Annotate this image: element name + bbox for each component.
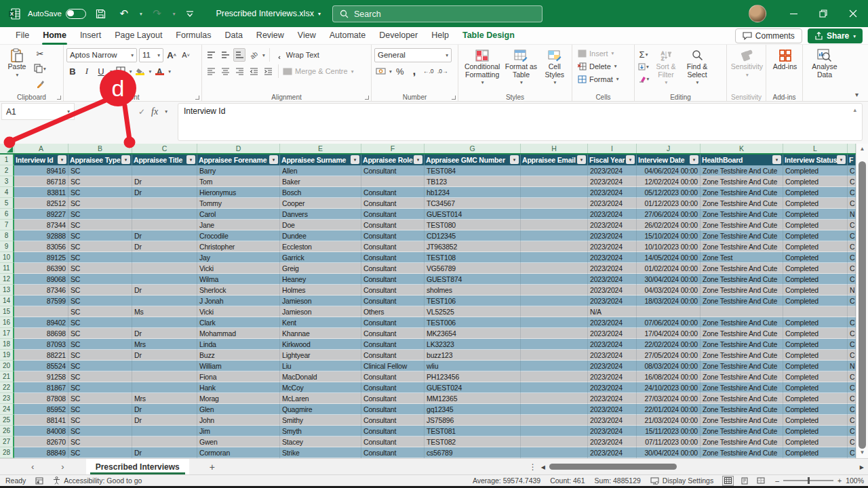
row-number-19[interactable]: 19 bbox=[0, 350, 14, 361]
collapse-ribbon-icon[interactable]: ▾ bbox=[855, 91, 859, 98]
fill-button[interactable]: ▾ bbox=[637, 62, 650, 73]
cell[interactable]: 88698 bbox=[14, 328, 68, 339]
cell[interactable]: 14/05/2024 00:00 bbox=[637, 252, 701, 263]
cell[interactable] bbox=[521, 165, 588, 176]
table-header-cell[interactable]: Interview Id▾ bbox=[14, 155, 68, 165]
cell[interactable]: TC34567 bbox=[425, 198, 521, 209]
row-number-28[interactable]: 28 bbox=[0, 447, 14, 458]
horizontal-scrollbar-thumb[interactable] bbox=[549, 464, 677, 470]
row-number-18[interactable]: 18 bbox=[0, 339, 14, 350]
cell[interactable]: Zone Testshire And Cute bbox=[701, 447, 783, 458]
cell[interactable]: Dr bbox=[132, 285, 197, 296]
cell[interactable]: 2023/2024 bbox=[588, 220, 637, 230]
cell[interactable]: Kirkwood bbox=[280, 339, 361, 350]
cell[interactable]: Gwen bbox=[197, 436, 280, 447]
cell[interactable]: Strike bbox=[280, 447, 361, 458]
cell[interactable]: 15/11/2023 00:00 bbox=[637, 426, 701, 436]
row-number-26[interactable]: 26 bbox=[0, 426, 14, 436]
table-header-cell[interactable]: F bbox=[848, 155, 856, 165]
addins-button[interactable]: Add-ins bbox=[769, 47, 801, 71]
cell[interactable]: TEST082 bbox=[425, 436, 521, 447]
cell[interactable]: SC bbox=[68, 426, 132, 436]
cell[interactable]: C bbox=[848, 187, 856, 198]
cell[interactable]: C bbox=[848, 230, 856, 241]
cell[interactable]: 89068 bbox=[14, 274, 68, 285]
cell[interactable]: 88141 bbox=[14, 415, 68, 426]
column-header-F[interactable]: F bbox=[361, 144, 425, 153]
cell[interactable] bbox=[783, 306, 848, 317]
scroll-down-icon[interactable]: ▼ bbox=[856, 447, 868, 458]
bold-button[interactable]: B bbox=[66, 64, 79, 78]
cell[interactable] bbox=[521, 339, 588, 350]
sheet-tab-prescribed-interviews[interactable]: Prescribed Interviews bbox=[86, 459, 189, 475]
cell[interactable]: Consultant bbox=[361, 317, 425, 328]
row-number-9[interactable]: 9 bbox=[0, 241, 14, 252]
cell[interactable] bbox=[848, 306, 856, 317]
menu-tab-developer[interactable]: Developer bbox=[373, 27, 424, 45]
table-header-cell[interactable]: Appraisee Forename▾ bbox=[197, 155, 280, 165]
cell[interactable] bbox=[132, 252, 197, 263]
align-right-button[interactable] bbox=[233, 64, 245, 78]
menu-tab-file[interactable]: File bbox=[9, 27, 35, 45]
cell[interactable]: C bbox=[848, 220, 856, 230]
hscroll-left-icon[interactable]: ◀ bbox=[541, 464, 545, 470]
cell[interactable]: 86718 bbox=[14, 176, 68, 187]
menu-tab-help[interactable]: Help bbox=[425, 27, 455, 45]
copy-button[interactable]: ▾ bbox=[34, 62, 46, 75]
row-number-21[interactable]: 21 bbox=[0, 371, 14, 382]
cell[interactable]: 89402 bbox=[14, 317, 68, 328]
cell[interactable]: Tom bbox=[197, 176, 280, 187]
cell[interactable]: 85952 bbox=[14, 404, 68, 415]
vertical-scrollbar[interactable]: ▲ ▼ bbox=[856, 144, 868, 458]
row-number-2[interactable]: 2 bbox=[0, 165, 14, 176]
cell[interactable]: Linda bbox=[197, 339, 280, 350]
cell[interactable]: Completed bbox=[783, 404, 848, 415]
cell[interactable]: C bbox=[848, 447, 856, 458]
cell[interactable]: C bbox=[848, 328, 856, 339]
close-button[interactable] bbox=[838, 0, 868, 27]
filter-button[interactable]: ▾ bbox=[772, 155, 781, 164]
sensitivity-button[interactable]: Sensitivity▾ bbox=[730, 47, 764, 79]
cell[interactable]: 85524 bbox=[14, 361, 68, 371]
cell[interactable]: C bbox=[848, 436, 856, 447]
cell[interactable]: 86390 bbox=[14, 263, 68, 274]
search-input[interactable]: Search bbox=[332, 5, 542, 22]
cell[interactable]: SC bbox=[68, 209, 132, 220]
filter-button[interactable]: ▾ bbox=[577, 155, 586, 164]
cell[interactable]: Ms bbox=[132, 306, 197, 317]
row-number-7[interactable]: 7 bbox=[0, 220, 14, 230]
column-header-I[interactable]: I bbox=[588, 144, 637, 153]
minimize-button[interactable] bbox=[778, 0, 808, 27]
column-header-G[interactable]: G bbox=[425, 144, 521, 153]
format-painter-button[interactable] bbox=[34, 77, 46, 90]
cell[interactable]: 21/03/2024 00:00 bbox=[637, 415, 701, 426]
comma-style-button[interactable]: , bbox=[408, 64, 420, 78]
cell[interactable]: C bbox=[848, 252, 856, 263]
cell[interactable]: C bbox=[848, 241, 856, 252]
cell[interactable]: 87808 bbox=[14, 393, 68, 404]
increase-indent-button[interactable] bbox=[262, 64, 274, 78]
cell[interactable]: TEST084 bbox=[425, 165, 521, 176]
cell[interactable]: 83811 bbox=[14, 187, 68, 198]
undo-dropdown[interactable]: ▾ bbox=[140, 11, 142, 17]
cell[interactable] bbox=[521, 296, 588, 306]
cell[interactable]: 87346 bbox=[14, 285, 68, 296]
cell[interactable]: Completed bbox=[783, 187, 848, 198]
zoom-slider[interactable] bbox=[783, 480, 833, 481]
cell[interactable]: Stacey bbox=[280, 436, 361, 447]
table-header-cell[interactable]: Fiscal Year▾ bbox=[588, 155, 637, 165]
cell[interactable]: Heaney bbox=[280, 274, 361, 285]
cell[interactable] bbox=[521, 274, 588, 285]
table-header-cell[interactable]: Appraisee Title▾ bbox=[132, 155, 197, 165]
filter-button[interactable]: ▾ bbox=[626, 155, 635, 164]
table-header-cell[interactable]: Appraisee GMC Number▾ bbox=[425, 155, 521, 165]
cell[interactable]: N/A bbox=[588, 306, 637, 317]
prev-sheet-button[interactable]: ‹ bbox=[27, 462, 38, 472]
align-center-button[interactable] bbox=[219, 64, 231, 78]
add-sheet-button[interactable]: + bbox=[210, 462, 215, 472]
cell[interactable]: William bbox=[197, 361, 280, 371]
cell[interactable]: Jamieson bbox=[280, 296, 361, 306]
cell[interactable]: Fiona bbox=[197, 371, 280, 382]
cell[interactable]: Zone Testshire And Cute bbox=[701, 436, 783, 447]
cell[interactable]: Zone Testshire And Cute bbox=[701, 393, 783, 404]
